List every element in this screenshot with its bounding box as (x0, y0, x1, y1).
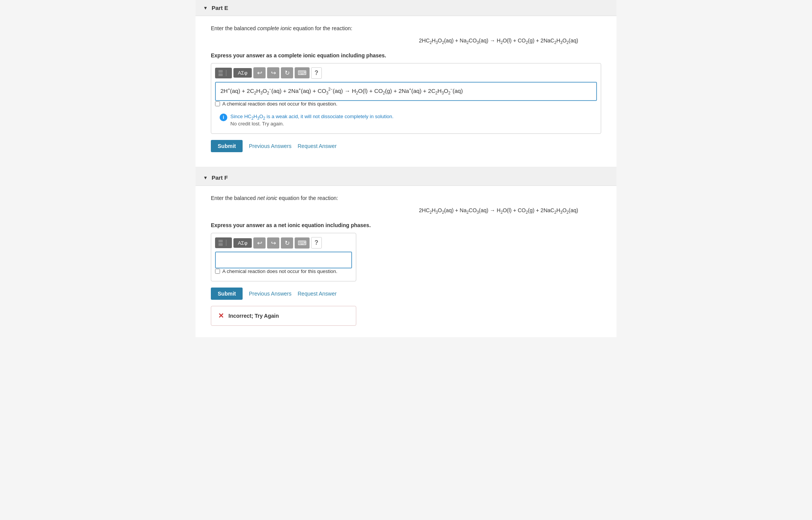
part-e-instruction: Enter the balanced complete ionic equati… (211, 25, 601, 31)
part-e-undo-btn[interactable]: ↩ (253, 67, 266, 78)
part-f-header: ▼ Part F (196, 170, 616, 186)
part-e-feedback-main: Since HC2H3O2 is a weak acid, it will no… (230, 113, 393, 121)
part-e-checkbox-label: A chemical reaction does not occur for t… (222, 101, 338, 107)
part-e-help-btn[interactable]: ? (311, 67, 322, 79)
part-f-equation-display: 2HC2H3O2(aq) + Na2CO3(aq) → H2O(l) + CO2… (211, 207, 601, 214)
part-e-header: ▼ Part E (196, 0, 616, 16)
part-f-submit-button[interactable]: Submit (211, 288, 243, 300)
part-f-reset-btn[interactable]: ↻ (281, 237, 293, 249)
part-e-info-icon: i (220, 114, 227, 121)
part-e-body: Enter the balanced complete ionic equati… (196, 16, 616, 164)
part-f-keyboard-btn[interactable]: ⌨ (295, 237, 310, 249)
part-e-equation-display: 2HC2H3O2(aq) + Na2CO3(aq) → H2O(l) + CO2… (211, 37, 601, 45)
part-f-template-btn[interactable] (215, 237, 232, 248)
part-f-input-area[interactable] (215, 252, 352, 268)
part-e-feedback-content: Since HC2H3O2 is a weak acid, it will no… (230, 113, 393, 127)
part-f-no-reaction-checkbox[interactable] (215, 269, 220, 274)
section-divider (196, 167, 616, 170)
part-e-math-btn[interactable]: ΑΣφ (233, 68, 252, 78)
part-f-collapse-arrow[interactable]: ▼ (203, 175, 208, 180)
part-f-editor: ΑΣφ ↩ ↪ ↻ ⌨ ? A chemical reaction does n… (211, 233, 356, 281)
part-e-previous-answers-link[interactable]: Previous Answers (249, 143, 291, 149)
part-e-toolbar: ΑΣφ ↩ ↪ ↻ ⌨ ? (215, 67, 597, 79)
part-f-redo-btn[interactable]: ↪ (267, 237, 279, 249)
part-e-express-label: Express your answer as a complete ionic … (211, 52, 601, 58)
part-f-checkbox-row: A chemical reaction does not occur for t… (215, 268, 352, 274)
part-e-no-reaction-checkbox[interactable] (215, 101, 220, 106)
part-f-undo-btn[interactable]: ↩ (253, 237, 266, 249)
part-e-editor: ΑΣφ ↩ ↪ ↻ ⌨ ? 2H+(aq) + 2C2H3O2−(aq) + 2… (211, 63, 601, 134)
part-e-template-btn[interactable] (215, 68, 232, 78)
part-f-x-icon: ✕ (218, 312, 224, 320)
part-f-checkbox-label: A chemical reaction does not occur for t… (222, 268, 338, 274)
part-e-equation-text: 2H+(aq) + 2C2H3O2−(aq) + 2Na+(aq) + CO32… (220, 86, 463, 96)
svg-rect-4 (218, 240, 223, 242)
part-e-input-area[interactable]: 2H+(aq) + 2C2H3O2−(aq) + 2Na+(aq) + CO32… (215, 82, 597, 101)
part-e-section: ▼ Part E Enter the balanced complete ion… (196, 0, 616, 164)
part-e-redo-btn[interactable]: ↪ (267, 67, 279, 78)
part-e-feedback-sub: No credit lost. Try again. (230, 121, 393, 127)
part-e-title: Part E (212, 5, 228, 11)
part-f-section: ▼ Part F Enter the balanced net ionic eq… (196, 170, 616, 337)
part-f-math-btn[interactable]: ΑΣφ (233, 238, 252, 248)
part-e-request-answer-link[interactable]: Request Answer (298, 143, 337, 149)
part-f-instruction-suffix: equation for the reaction: (277, 195, 338, 201)
part-e-keyboard-btn[interactable]: ⌨ (295, 67, 310, 78)
part-f-instruction: Enter the balanced net ionic equation fo… (211, 195, 601, 201)
part-e-reset-btn[interactable]: ↻ (281, 67, 293, 78)
part-f-incorrect-text: Incorrect; Try Again (228, 313, 279, 319)
part-f-request-answer-link[interactable]: Request Answer (298, 291, 337, 297)
part-f-previous-answers-link[interactable]: Previous Answers (249, 291, 291, 297)
part-f-help-btn[interactable]: ? (311, 237, 322, 249)
svg-rect-1 (218, 73, 223, 76)
part-e-collapse-arrow[interactable]: ▼ (203, 5, 208, 11)
part-f-express-label: Express your answer as a net ionic equat… (211, 222, 601, 228)
part-f-incorrect-box: ✕ Incorrect; Try Again (211, 306, 356, 326)
part-e-submit-button[interactable]: Submit (211, 140, 243, 152)
part-e-instruction-italic: complete ionic (257, 25, 292, 31)
part-f-toolbar: ΑΣφ ↩ ↪ ↻ ⌨ ? (215, 237, 352, 249)
part-e-feedback: i Since HC2H3O2 is a weak acid, it will … (215, 110, 597, 130)
part-e-action-row: Submit Previous Answers Request Answer (211, 140, 601, 152)
part-f-body: Enter the balanced net ionic equation fo… (196, 186, 616, 337)
part-f-title: Part F (212, 174, 228, 181)
part-f-instruction-italic: net ionic (257, 195, 277, 201)
part-e-checkbox-row: A chemical reaction does not occur for t… (215, 101, 597, 107)
svg-rect-5 (218, 243, 223, 246)
svg-rect-0 (218, 70, 223, 73)
part-f-action-row: Submit Previous Answers Request Answer (211, 288, 601, 300)
part-e-instruction-suffix: equation for the reaction: (292, 25, 352, 31)
